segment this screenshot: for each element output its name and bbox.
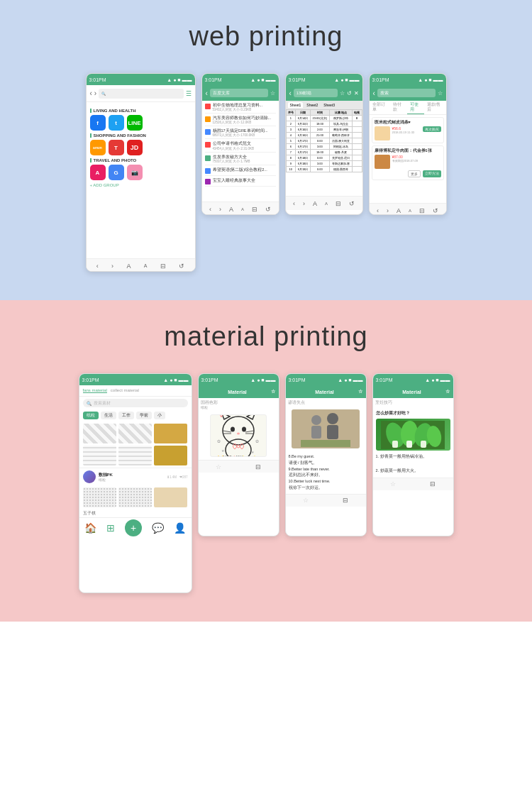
grid-cell-4[interactable] [83, 446, 116, 465]
material-grid [79, 421, 192, 468]
refresh-icon[interactable]: ↺ [179, 263, 184, 270]
grid-cell-2[interactable] [118, 424, 152, 443]
grid-cell-5[interactable] [118, 446, 152, 465]
grid-tab[interactable]: ⊞ [106, 522, 115, 534]
font-sm-icon[interactable]: A [144, 263, 148, 268]
star-2[interactable]: ☆ [270, 90, 275, 97]
travel-app1-icon[interactable]: A [90, 165, 106, 180]
grid-cell-3[interactable] [154, 424, 187, 443]
cat-gongzuo[interactable]: 工作 [118, 412, 134, 419]
fans-tab[interactable]: fans material [83, 388, 107, 393]
add-group-label[interactable]: + ADD GROUP [90, 183, 192, 187]
svg-text:★: ★ [251, 450, 255, 454]
grid-cell-6[interactable] [154, 446, 187, 465]
grid2-cell-1[interactable] [83, 487, 116, 507]
file-item: 汽车美容师教你如何巧妙清除... 12526人浏览 大小:12.0KB [205, 116, 276, 126]
back-icon[interactable]: ‹ [96, 263, 99, 270]
use-again-btn[interactable]: 再次购买 [423, 126, 441, 132]
coupon-item-1: 医米粒式鲥皮鸡条♥ ¥56.6 2018-03-19 11:33 再次购买 [372, 117, 444, 143]
star-btn-1[interactable]: ☆ [216, 463, 221, 470]
svg-text:🐱: 🐱 [217, 455, 224, 457]
cat-zhili[interactable]: 纸粒 [83, 412, 99, 419]
font-icon[interactable]: A [126, 263, 131, 270]
mat-detail-header-2: ‹ Material ☆ [286, 385, 366, 398]
material-phone-detail-2: 3:01PM ▲ ● ■ ▬▬ ‹ Material ☆ 谚语失点 [285, 373, 367, 536]
address-bar[interactable]: 🔍 [99, 89, 183, 99]
star-btn-3[interactable]: ☆ [390, 480, 396, 487]
grid-cell-1[interactable] [83, 424, 116, 443]
statusbar-2: 3:01PM ▲ ● ■ ▬▬ [202, 74, 279, 85]
file-icon-4 [205, 142, 211, 148]
mat-sm-toolbar-3: ☆ ⊟ [373, 478, 453, 490]
print-btn-1[interactable]: ⊟ [255, 463, 261, 470]
cat-shenghuo[interactable]: 生活 [101, 412, 116, 419]
living-apps: f t LINE [90, 115, 192, 131]
home-tab[interactable]: 🏠 [84, 522, 96, 534]
svg-line-8 [245, 431, 254, 432]
sheet-tabs: Sheet1 Sheet2 Sheet3 [286, 101, 362, 109]
file-item: 宝宝入睡经典故事大全 [205, 178, 276, 187]
mat-statusbar-4: 3:01PM ▲ ● ■ ▬▬ [373, 374, 453, 385]
print-btn-2[interactable]: ⊟ [343, 497, 348, 504]
material-item-row: 数独PK 纸粒 ⬇1.4M ❤287 [79, 468, 192, 485]
forward-arrow[interactable]: › [94, 89, 96, 97]
mat-item-stats: ⬇1.4M ❤287 [167, 475, 188, 479]
line-icon[interactable]: LINE [127, 115, 143, 131]
print-btn-3[interactable]: ⊟ [430, 480, 436, 487]
collect-tab[interactable]: collect material [111, 388, 139, 393]
coupon-img-1 [375, 126, 390, 140]
file-icon-7 [205, 179, 211, 184]
file-item: 希望英语(第二版)综合教程2... [205, 167, 276, 176]
mat-detail-header-1: ‹ Material ☆ [199, 385, 279, 398]
svg-rect-33 [421, 441, 426, 448]
statusbar-4: 3:01PM ▲ ● ■ ▬▬ [370, 74, 446, 85]
profile-tab[interactable]: 👤 [174, 522, 186, 534]
star-btn-2[interactable]: ☆ [303, 497, 309, 504]
mat-back-1[interactable]: ‹ [202, 388, 204, 395]
jd-icon[interactable]: JD [127, 140, 143, 155]
cat-more[interactable]: 小 [154, 412, 165, 419]
facebook-icon[interactable]: f [90, 115, 106, 131]
travel-app3-icon[interactable]: 📷 [127, 165, 143, 180]
file-icon-2 [205, 116, 211, 122]
section-travel: TRAVEL AND PHOTO [90, 158, 192, 162]
mat-back-3[interactable]: ‹ [377, 388, 379, 395]
back-2[interactable]: ‹ [206, 89, 208, 97]
grid2-cell-3[interactable] [154, 487, 187, 507]
grid2-cell-2[interactable] [118, 487, 152, 507]
mat-back-2[interactable]: ‹ [289, 388, 292, 395]
cat-xueqian[interactable]: 学前 [136, 412, 152, 419]
main-phone-content: LIVING AND HEALTH f t LINE SHOPPING AND … [87, 102, 195, 258]
menu-icon[interactable]: ☰ [186, 90, 192, 97]
mat-sm-toolbar-2: ☆ ⊟ [286, 494, 366, 507]
search-icon: 🔍 [87, 401, 92, 406]
add-content-button[interactable]: + [125, 519, 142, 536]
more-btn[interactable]: 更多 [408, 170, 421, 177]
section-shopping: SHOPPING AND FASHION [90, 133, 192, 138]
twitter-icon[interactable]: t [109, 115, 124, 131]
amazon-icon[interactable]: amzn [90, 140, 106, 155]
use-btn[interactable]: 立即方法 [423, 170, 441, 177]
file-icon-6 [205, 168, 211, 174]
print-icon[interactable]: ⊟ [160, 263, 166, 270]
navbar-2: ‹ 百度文库 ☆ [202, 85, 279, 101]
material-item-icon [83, 470, 96, 483]
t-icon[interactable]: T [109, 140, 124, 155]
fwd-icon[interactable]: › [111, 263, 113, 270]
travel-app2-icon[interactable]: G [109, 165, 124, 180]
spreadsheet-table: 序号日期时间比赛-地点电视 16月14日23:00(北京)俄罗斯-沙特B 26月… [286, 109, 362, 172]
chat-tab[interactable]: 💬 [152, 522, 164, 534]
web-phone-4: 3:01PM ▲ ● ■ ▬▬ ‹ 搜索 ☆ 全部订单 待付款 可使用 退款/售… [369, 73, 447, 215]
svg-point-0 [223, 417, 254, 445]
address-4[interactable]: 搜索 [377, 89, 436, 97]
navbar-4: ‹ 搜索 ☆ [370, 85, 446, 101]
navbar-3: ‹ 139邮箱 ☆ ↺ ✕ [286, 85, 362, 101]
web-printing-title: web printing [189, 21, 343, 52]
material-search[interactable]: 🔍 搜索素材 [83, 399, 188, 407]
back-arrow[interactable]: ‹ [90, 89, 92, 97]
statusbar-1: 3:01PM ▲ ● ■ ▬▬ [87, 74, 195, 85]
address-2[interactable]: 百度文库 [210, 89, 268, 97]
file-item: 生发养发秘方大全 75037人浏览 大小:1.7MB [205, 155, 276, 165]
svg-text:🌟: 🌟 [251, 455, 258, 457]
address-3[interactable]: 139邮箱 [294, 89, 338, 97]
